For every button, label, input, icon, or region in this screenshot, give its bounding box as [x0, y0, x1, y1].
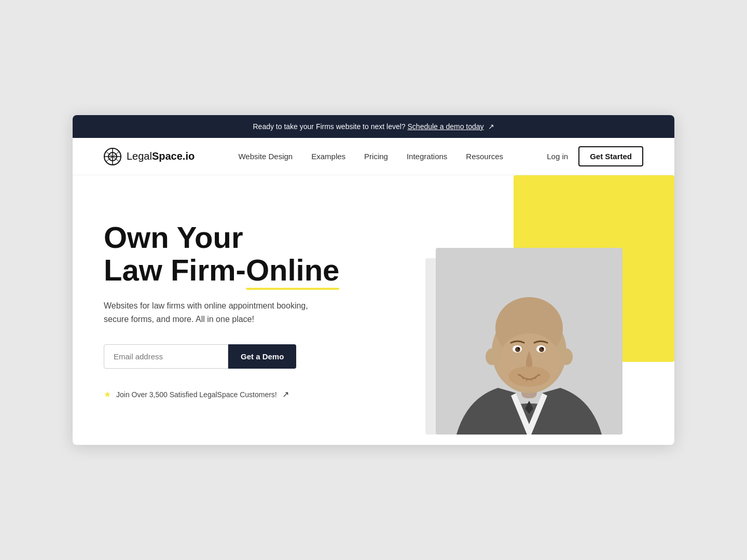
hero-image-area: [425, 206, 643, 414]
nav-item-resources[interactable]: Resources: [466, 152, 503, 161]
svg-point-23: [522, 378, 524, 380]
svg-point-21: [508, 366, 550, 387]
person-image: [436, 248, 622, 435]
hero-social-proof: ★ Join Over 3,500 Satisfied LegalSpace C…: [104, 389, 405, 399]
nav-item-website-design[interactable]: Website Design: [238, 152, 293, 161]
browser-window: Ready to take your Firms website to next…: [73, 115, 674, 445]
logo-text: LegalSpace.io: [127, 150, 195, 162]
hero-form: Get a Demo: [104, 344, 405, 369]
announcement-bar: Ready to take your Firms website to next…: [73, 115, 674, 138]
logo[interactable]: LegalSpace.io: [104, 148, 195, 165]
logo-icon: [104, 148, 121, 165]
nav-item-pricing[interactable]: Pricing: [364, 152, 388, 161]
svg-point-22: [518, 374, 520, 376]
hero-section: Own Your Law Firm-Online Websites for la…: [73, 175, 674, 445]
svg-point-18: [539, 347, 544, 352]
nav-item-examples[interactable]: Examples: [311, 152, 345, 161]
get-started-button[interactable]: Get Started: [578, 146, 643, 166]
nav-item-integrations[interactable]: Integrations: [407, 152, 447, 161]
svg-point-24: [526, 380, 528, 382]
svg-point-19: [518, 347, 520, 349]
get-demo-button[interactable]: Get a Demo: [228, 344, 296, 369]
nav-actions: Log in Get Started: [547, 146, 643, 166]
email-input[interactable]: [104, 344, 228, 369]
hero-title: Own Your Law Firm-Online: [104, 221, 405, 287]
svg-point-20: [542, 347, 544, 349]
svg-point-26: [535, 378, 536, 380]
star-icon: ★: [104, 389, 111, 399]
hero-subtitle: Websites for law firms with online appoi…: [104, 299, 311, 326]
hero-content: Own Your Law Firm-Online Websites for la…: [104, 206, 425, 414]
svg-point-25: [531, 380, 533, 382]
svg-point-17: [515, 347, 520, 352]
svg-point-27: [538, 374, 541, 376]
login-button[interactable]: Log in: [547, 152, 568, 161]
svg-point-29: [560, 348, 573, 365]
svg-point-28: [486, 348, 498, 365]
nav-links: Website Design Examples Pricing Integrat…: [238, 152, 503, 161]
navbar: LegalSpace.io Website Design Examples Pr…: [73, 138, 674, 175]
person-svg: [436, 248, 622, 435]
announcement-cta[interactable]: Schedule a demo today: [408, 122, 484, 131]
announcement-arrow: ↗: [488, 122, 494, 131]
social-proof-arrow: ↗: [282, 389, 289, 399]
announcement-text: Ready to take your Firms website to next…: [253, 122, 405, 131]
